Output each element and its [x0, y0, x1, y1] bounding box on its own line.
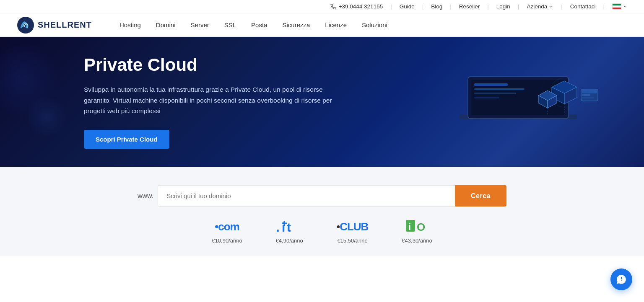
- tld-price-io: €43,30/anno: [402, 237, 432, 244]
- it-tld-svg: . i t: [276, 219, 303, 234]
- blog-link[interactable]: Blog: [431, 3, 442, 10]
- top-bar: +39 0444 321155 | Guide | Blog | Reselle…: [0, 0, 644, 13]
- cerca-button[interactable]: Cerca: [455, 185, 506, 206]
- tld-price-club: €15,50/anno: [337, 237, 367, 244]
- svg-rect-15: [582, 90, 597, 93]
- logo-icon: [17, 16, 34, 34]
- guide-link[interactable]: Guide: [400, 3, 415, 10]
- svg-text:.: .: [276, 219, 279, 234]
- svg-point-0: [17, 17, 34, 34]
- contattaci-link[interactable]: Contattaci: [570, 3, 596, 10]
- sep1: |: [390, 3, 392, 10]
- hero-content: Private Cloud Sviluppa in autonomia la t…: [84, 55, 344, 149]
- azienda-label: Azienda: [527, 3, 547, 10]
- sep7: |: [603, 3, 605, 10]
- phone-number: +39 0444 321155: [339, 3, 383, 10]
- tld-item-io: i O €43,30/anno: [402, 219, 432, 244]
- main-nav: SHELLRENT Hosting Domini Server SSL Post…: [0, 13, 644, 37]
- nav-item-soluzioni[interactable]: Soluzioni: [354, 14, 395, 36]
- hero-cta-button[interactable]: Scopri Private Cloud: [84, 130, 169, 149]
- hero-illustration: [434, 47, 610, 156]
- nav-item-sicurezza[interactable]: Sicurezza: [275, 14, 317, 36]
- nav-items: Hosting Domini Server SSL Posta Sicurezz…: [112, 14, 395, 36]
- io-tld-svg: i O: [402, 219, 432, 234]
- svg-rect-16: [582, 94, 590, 96]
- svg-rect-6: [474, 93, 516, 94]
- svg-rect-5: [474, 88, 525, 90]
- svg-rect-7: [474, 97, 499, 98]
- flag-chevron-icon: [623, 5, 627, 9]
- svg-text:i: i: [408, 222, 410, 232]
- tld-price-com: €10,90/anno: [212, 237, 242, 244]
- domain-input-wrap: Cerca: [158, 185, 506, 206]
- cloud-server-illustration: [434, 47, 610, 156]
- nav-item-server[interactable]: Server: [183, 14, 217, 36]
- language-selector[interactable]: [612, 3, 627, 10]
- nav-item-posta[interactable]: Posta: [244, 14, 275, 36]
- tld-item-club: •CLUB €15,50/anno: [337, 219, 369, 244]
- nav-item-licenze[interactable]: Licenze: [317, 14, 354, 36]
- nav-item-domini[interactable]: Domini: [148, 14, 183, 36]
- reseller-link[interactable]: Reseller: [459, 3, 480, 10]
- sep2: |: [422, 3, 424, 10]
- hero-title: Private Cloud: [84, 55, 344, 75]
- login-link[interactable]: Login: [496, 3, 510, 10]
- sep6: |: [561, 3, 563, 10]
- tld-logo-io: i O: [402, 219, 432, 234]
- tld-item-com: •com €10,90/anno: [212, 219, 242, 244]
- phone-link[interactable]: +39 0444 321155: [330, 3, 383, 10]
- hero-section: Private Cloud Sviluppa in autonomia la t…: [0, 37, 644, 167]
- nav-item-ssl[interactable]: SSL: [217, 14, 244, 36]
- tld-item-it: . i t €4,90/anno: [276, 219, 303, 244]
- domain-search-row: www. Cerca: [138, 185, 506, 206]
- sep5: |: [518, 3, 519, 10]
- tld-price-it: €4,90/anno: [276, 237, 303, 244]
- domain-section: www. Cerca •com €10,90/anno . i t: [0, 167, 644, 256]
- logo[interactable]: SHELLRENT: [17, 16, 92, 34]
- tld-logo-it: . i t: [276, 219, 303, 234]
- tld-logo-com: •com: [215, 219, 239, 234]
- azienda-dropdown[interactable]: Azienda: [527, 3, 553, 10]
- phone-icon: [330, 4, 336, 10]
- chevron-down-icon: [548, 4, 553, 9]
- svg-text:t: t: [287, 220, 291, 234]
- logo-text: SHELLRENT: [38, 20, 92, 30]
- sep4: |: [487, 3, 489, 10]
- tld-logo-club: •CLUB: [337, 219, 369, 234]
- tld-row: •com €10,90/anno . i t €4,90/anno •CLUB: [212, 219, 432, 244]
- sep3: |: [450, 3, 452, 10]
- svg-rect-17: [582, 97, 594, 98]
- nav-item-hosting[interactable]: Hosting: [112, 14, 148, 36]
- www-label: www.: [138, 192, 153, 200]
- svg-rect-4: [474, 83, 508, 86]
- svg-text:O: O: [417, 221, 425, 233]
- hero-description: Sviluppa in autonomia la tua infrastrutt…: [84, 84, 344, 116]
- flag-icon: [612, 3, 621, 10]
- domain-search-input[interactable]: [158, 185, 455, 206]
